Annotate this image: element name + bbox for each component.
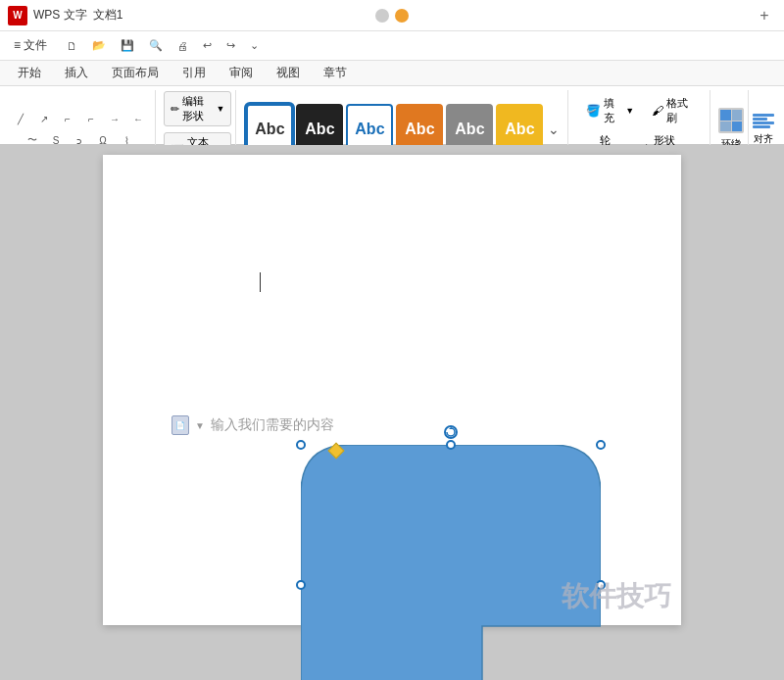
arrow-right-tool[interactable]: → [104,110,125,127]
menu-file[interactable]: ≡ 文件 [6,35,55,56]
toolbar-search[interactable]: 🔍 [143,37,169,54]
shape-svg [301,445,601,680]
toolbar-more[interactable]: ⌄ [244,37,265,54]
ribbon: 开始 插入 页面布局 引用 审阅 视图 章节 ╱ ↗ ⌐ ⌐ [0,61,784,145]
dot-ctrl[interactable] [395,9,409,23]
title-bar-left: W WPS 文字 文档1 [8,6,375,25]
tab-layout[interactable]: 页面布局 [100,61,171,85]
cursor [260,272,261,292]
tab-view[interactable]: 视图 [265,61,312,85]
format-brush-button[interactable]: 🖌 格式刷 [646,94,702,127]
add-tab-button[interactable]: + [753,4,776,27]
minimize-ctrl[interactable] [375,9,389,23]
title-bar-right: + [409,4,776,27]
doc-title: 文档1 [93,7,123,24]
line-tool[interactable]: ╱ [10,110,31,127]
toolbar-open[interactable]: 📂 [86,37,112,54]
toolbar-undo[interactable]: ↩ [197,37,218,54]
tab-start[interactable]: 开始 [6,61,53,85]
handle-top-mid[interactable] [446,440,456,450]
shape-tools-row-1: ╱ ↗ ⌐ ⌐ → ← [10,110,149,127]
handle-top-left[interactable] [296,440,306,450]
page[interactable]: 📄 ▼ 输入我们需要的内容 [103,155,681,625]
doc-area: 📄 ▼ 输入我们需要的内容 [0,145,784,680]
toolbar-print[interactable]: 🖨 [172,38,194,54]
arrow-left-tool[interactable]: ← [127,110,149,127]
rotation-handle[interactable] [444,425,458,439]
align-icon [753,114,774,128]
tab-review[interactable]: 审阅 [218,61,265,85]
angle-tool[interactable]: ⌐ [57,110,78,127]
shape-container[interactable] [301,445,601,680]
doc-icon: 📄 [172,415,189,435]
tab-reference[interactable]: 引用 [171,61,218,85]
wps-logo: W [8,6,27,25]
menu-bar: ≡ 文件 🗋 📂 💾 🔍 🖨 ↩ ↪ ⌄ [0,31,784,61]
align-column: 对齐 [753,114,774,146]
ribbon-tabs: 开始 插入 页面布局 引用 审阅 视图 章节 [0,61,784,86]
handle-top-right[interactable] [596,440,606,450]
toolbar-redo[interactable]: ↪ [220,37,241,54]
curve-tool[interactable]: ↗ [33,110,55,127]
toolbar-new[interactable]: 🗋 [61,38,83,54]
wrap-grid-icon [718,108,744,133]
doc-wrapper[interactable]: 📄 ▼ 输入我们需要的内容 [0,145,784,680]
title-bar: W WPS 文字 文档1 + [0,0,784,31]
align-label[interactable]: 对齐 [754,132,773,146]
tab-chapter[interactable]: 章节 [312,61,359,85]
handle-mid-left[interactable] [296,580,306,590]
toolbar-save[interactable]: 💾 [115,37,140,54]
abc-more-button[interactable]: ⌄ [546,120,562,139]
placeholder-text: 输入我们需要的内容 [211,416,334,434]
bracket-tool[interactable]: ⌐ [80,110,102,127]
tab-insert[interactable]: 插入 [53,61,100,85]
fill-row: 🪣 填充 ▼ 🖌 格式刷 [580,94,702,127]
fill-button[interactable]: 🪣 填充 ▼ [580,94,640,127]
doc-text-icon-area: 📄 ▼ 输入我们需要的内容 [172,415,334,435]
app-title: WPS 文字 [33,7,87,24]
title-bar-center [375,9,409,23]
edit-shape-button[interactable]: ✏ 编辑形状 ▼ [164,91,231,126]
handle-mid-right[interactable] [596,580,606,590]
